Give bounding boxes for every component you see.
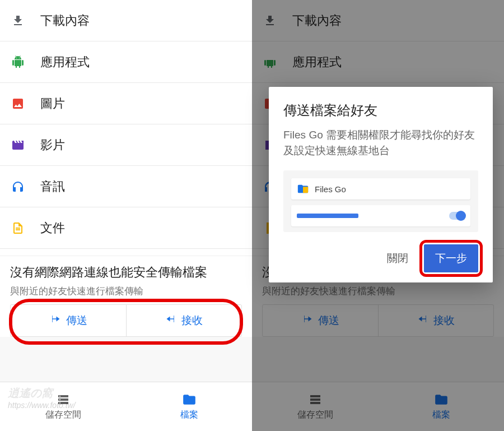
illustration-toggle-row [291,205,470,226]
screenshot-left: 下載內容 應用程式 圖片 影片 [0,0,252,431]
category-list: 下載內容 應用程式 圖片 影片 [0,0,252,249]
category-images[interactable]: 圖片 [0,83,252,124]
category-audio[interactable]: 音訊 [0,166,252,207]
illustration-app-name: Files Go [315,184,346,194]
send-label: 傳送 [66,313,87,328]
nav-files-label: 檔案 [180,409,198,421]
transfer-subtitle: 與附近的好友快速進行檔案傳輸 [10,285,242,298]
category-label: 音訊 [40,178,65,195]
send-icon [49,314,62,327]
permission-dialog: 傳送檔案給好友 Files Go 需要相關權限才能尋找你的好友及設定快速無線基地… [269,87,493,282]
category-label: 圖片 [40,95,65,112]
image-icon [10,96,26,112]
dialog-next-button[interactable]: 下一步 [424,244,478,272]
android-icon [10,54,26,70]
movie-icon [10,137,26,153]
category-videos[interactable]: 影片 [0,124,252,166]
files-go-icon [297,183,309,195]
dialog-illustration: Files Go [283,170,478,232]
download-icon [10,13,26,29]
spacer [0,337,252,382]
transfer-section: 沒有網際網路連線也能安全傳輸檔案 與附近的好友快速進行檔案傳輸 傳送 接收 [0,256,252,337]
dialog-close-button[interactable]: 關閉 [384,245,412,271]
category-label: 應用程式 [40,54,90,71]
folder-icon [181,392,198,407]
screenshot-right: 下載內容 應用程式 圖片 影片 [252,0,504,431]
send-button[interactable]: 傳送 [11,305,126,336]
receive-label: 接收 [181,313,203,328]
transfer-title: 沒有網際網路連線也能安全傳輸檔案 [10,264,242,281]
category-apps[interactable]: 應用程式 [0,41,252,83]
category-label: 影片 [40,137,65,154]
category-label: 下載內容 [40,12,90,29]
receive-icon [165,314,177,327]
category-downloads[interactable]: 下載內容 [0,0,252,41]
svg-point-1 [59,399,60,400]
dialog-actions: 關閉 下一步 [283,244,478,272]
nav-storage-label: 儲存空間 [45,409,81,421]
category-documents[interactable]: 文件 [0,207,252,249]
document-icon [10,220,26,236]
bottom-nav: 儲存空間 檔案 [0,382,252,431]
illustration-toggle [449,212,465,220]
illustration-app-row: Files Go [291,178,470,200]
transfer-buttons: 傳送 接收 [10,304,242,337]
dialog-title: 傳送檔案給好友 [283,101,478,119]
receive-button[interactable]: 接收 [126,305,242,336]
storage-icon [55,392,72,407]
illustration-bar [297,214,358,218]
nav-storage[interactable]: 儲存空間 [0,382,126,431]
headphones-icon [10,179,26,194]
svg-point-2 [59,402,60,404]
nav-files[interactable]: 檔案 [126,382,252,431]
category-label: 文件 [40,220,65,237]
svg-point-0 [59,396,60,397]
dialog-body: Files Go 需要相關權限才能尋找你的好友及設定快速無線基地台 [283,127,478,158]
